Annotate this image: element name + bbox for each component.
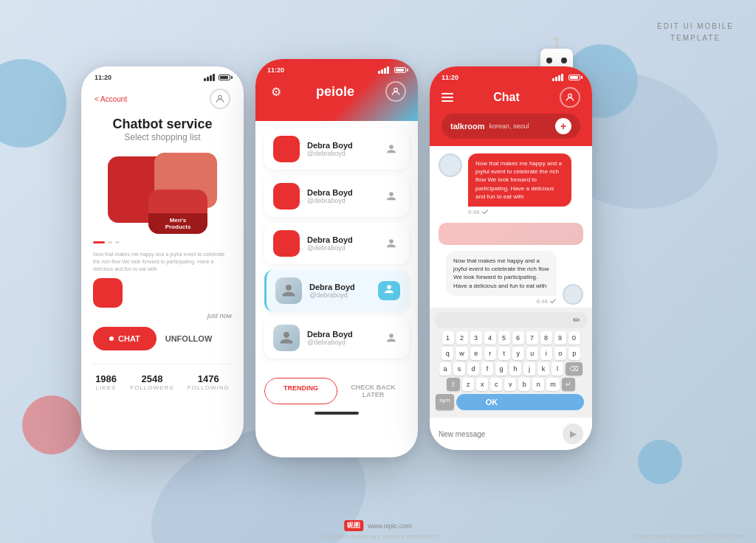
hamburger-line-3	[441, 100, 453, 102]
key-c[interactable]: c	[490, 378, 502, 391]
contact-item-4[interactable]: Debra Boyd @debraboyd	[264, 270, 409, 311]
key-r[interactable]: r	[484, 347, 496, 360]
chat-profile-icon[interactable]	[560, 87, 580, 108]
contact-action-4[interactable]	[378, 281, 400, 300]
back-button[interactable]: < Account	[94, 95, 127, 103]
key-5[interactable]: 5	[498, 331, 510, 345]
user-icon[interactable]	[210, 89, 230, 109]
tab-check-back[interactable]: CHECK BACK LATER	[337, 378, 409, 404]
contact-avatar-3	[273, 230, 300, 257]
key-sym[interactable]: sym	[436, 394, 454, 410]
key-w[interactable]: w	[456, 347, 468, 360]
products-section: Men'sProducts	[81, 153, 244, 241]
send-button[interactable]: ▶	[563, 423, 583, 444]
contact-action-1[interactable]	[382, 140, 400, 158]
nipic-watermark: 昵图 www.nipic.com	[344, 520, 412, 531]
contact-item-3[interactable]: Debra Boyd @debraboyd	[264, 223, 409, 264]
key-x[interactable]: x	[476, 378, 488, 391]
message-sent: Now that makes me happy and a joyful eve…	[439, 251, 583, 305]
contact-info-1: Debra Boyd @debraboyd	[307, 141, 375, 157]
key-y[interactable]: y	[512, 347, 524, 360]
key-m[interactable]: m	[546, 378, 560, 391]
tab-trending[interactable]: TRENDING	[264, 378, 337, 404]
chat-dot	[109, 336, 114, 341]
key-6[interactable]: 6	[512, 331, 524, 345]
key-s[interactable]: s	[453, 362, 465, 376]
phone2-signal	[378, 66, 406, 74]
contact-action-3[interactable]	[382, 235, 400, 252]
tab-check-back-label: CHECK BACK LATER	[351, 384, 396, 398]
key-f[interactable]: f	[481, 362, 493, 376]
template-label: EDIT UI MOBILE TEMPLATE	[657, 21, 734, 44]
contact-action-5[interactable]	[382, 329, 400, 347]
slider-dots	[81, 241, 244, 251]
key-i[interactable]: i	[540, 347, 552, 360]
contact-handle-2: @debraboyd	[307, 197, 375, 204]
pencil-icon[interactable]: ✏	[573, 315, 580, 325]
phone-1-chatbot: 11:20 < Account	[81, 66, 244, 450]
profile-icon[interactable]	[385, 81, 406, 102]
key-2[interactable]: 2	[456, 331, 468, 345]
small-product-area	[81, 278, 244, 312]
unfollow-label: UNFOLLOW	[165, 334, 213, 343]
key-1[interactable]: 1	[442, 331, 454, 345]
msg-bubble-sent-wrapper: Now that makes me happy and a joyful eve…	[446, 251, 557, 305]
key-backspace[interactable]: ⌫	[566, 362, 583, 376]
keyboard-area: ✏ 1 2 3 4 5 6 7 8 9 0 q w e r t	[430, 308, 592, 418]
key-b[interactable]: b	[518, 378, 530, 391]
unfollow-button[interactable]: UNFOLLOW	[165, 334, 213, 343]
key-t[interactable]: t	[498, 347, 510, 360]
tab-trending-label: TRENDING	[284, 384, 318, 392]
talkroom-left: talkroom korean, seoul	[450, 122, 529, 131]
key-j[interactable]: j	[523, 362, 535, 376]
tab-bar: TRENDING CHECK BACK LATER	[264, 378, 409, 404]
key-h[interactable]: h	[509, 362, 521, 376]
key-3[interactable]: 3	[470, 331, 482, 345]
key-0[interactable]: 0	[568, 331, 580, 345]
hamburger-icon[interactable]	[441, 93, 453, 102]
key-v[interactable]: v	[504, 378, 516, 391]
key-e[interactable]: e	[470, 347, 482, 360]
contact-item-2[interactable]: Debra Boyd @debraboyd	[264, 176, 409, 217]
followers-label: FOLLOWERS	[130, 384, 173, 391]
key-k[interactable]: k	[537, 362, 549, 376]
small-product-thumb[interactable]	[93, 278, 123, 308]
contact-item[interactable]: Debra Boyd @debraboyd	[264, 128, 409, 170]
key-enter[interactable]: ↵	[562, 378, 575, 391]
contact-avatar-2	[273, 183, 300, 210]
msg-time-sent: 8:48	[446, 298, 557, 305]
product-card-label: Men'sProducts	[148, 213, 207, 234]
key-d[interactable]: d	[467, 362, 479, 376]
talkroom-label: talkroom	[450, 122, 484, 131]
key-4[interactable]: 4	[484, 331, 496, 345]
key-7[interactable]: 7	[526, 331, 538, 345]
ok-button[interactable]: OK	[456, 394, 584, 410]
contact-avatar-4	[275, 277, 302, 304]
new-message-input[interactable]	[439, 430, 557, 438]
key-o[interactable]: o	[554, 347, 566, 360]
contact-handle-4: @debraboyd	[309, 291, 371, 299]
key-shift[interactable]: ⇧	[447, 378, 460, 391]
key-l[interactable]: l	[551, 362, 563, 376]
phone3-header: 11:20	[430, 66, 592, 146]
followers-number: 2548	[130, 373, 173, 384]
msg-text-received: Now that makes me happy and a joyful eve…	[468, 153, 571, 207]
key-u[interactable]: u	[526, 347, 538, 360]
add-room-button[interactable]: +	[555, 118, 571, 134]
key-g[interactable]: g	[495, 362, 507, 376]
key-q[interactable]: q	[441, 347, 453, 360]
phone1-header: < Account	[81, 84, 244, 117]
key-n[interactable]: n	[532, 378, 544, 391]
settings-icon[interactable]: ⚙	[267, 83, 285, 100]
chat-button[interactable]: CHAT	[93, 327, 157, 350]
product-card-dark-red[interactable]: Men'sProducts	[148, 190, 207, 234]
msg-bubble-received: Now that makes me happy and a joyful eve…	[468, 153, 571, 215]
key-p[interactable]: p	[568, 347, 580, 360]
key-9[interactable]: 9	[554, 331, 566, 345]
contact-action-2[interactable]	[382, 187, 400, 205]
contact-item-5[interactable]: Debra Boyd @debraboyd	[264, 317, 409, 359]
key-a[interactable]: a	[439, 362, 451, 376]
key-z[interactable]: z	[462, 378, 474, 391]
key-8[interactable]: 8	[540, 331, 552, 345]
phone-3-chat: 11:20	[430, 66, 592, 450]
